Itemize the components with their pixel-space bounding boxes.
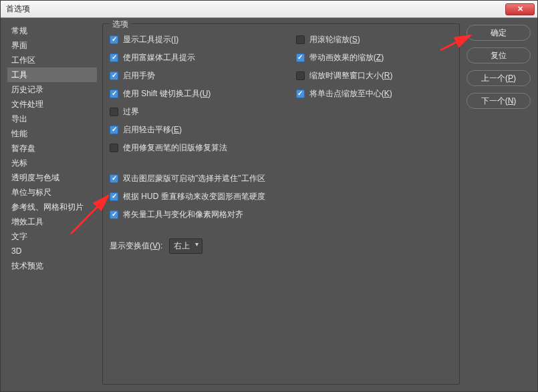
sidebar-item[interactable]: 性能 <box>7 126 97 141</box>
sidebar-item[interactable]: 光标 <box>7 156 97 170</box>
options-panel: 选项 显示工具提示(I)使用富媒体工具提示启用手势使用 Shift 键切换工具(… <box>102 23 460 385</box>
sidebar: 常规界面工作区工具历史记录文件处理导出性能暂存盘光标透明度与色域单位与标尺参考线… <box>7 23 97 385</box>
preferences-window: 首选项 ✕ 常规界面工作区工具历史记录文件处理导出性能暂存盘光标透明度与色域单位… <box>0 0 538 392</box>
option-row: 使用富媒体工具提示 <box>110 51 283 63</box>
transform-values-select[interactable]: 右上 <box>169 238 203 254</box>
option-row: 将矢量工具与变化和像素网格对齐 <box>110 208 283 220</box>
main-area: 选项 显示工具提示(I)使用富媒体工具提示启用手势使用 Shift 键切换工具(… <box>102 23 531 385</box>
option-row: 将单击点缩放至中心(K) <box>296 87 452 100</box>
checkbox[interactable] <box>110 71 118 80</box>
options-column-right: 用滚轮缩放(S)带动画效果的缩放(Z)缩放时调整窗口大小(R)将单击点缩放至中心… <box>296 33 452 254</box>
transform-values-row: 显示变换值(V):右上 <box>110 238 283 254</box>
checkbox[interactable] <box>110 144 118 152</box>
transform-label: 显示变换值(V): <box>110 240 162 252</box>
option-label: 用滚轮缩放(S) <box>309 34 360 45</box>
sidebar-item[interactable]: 透明度与色域 <box>7 170 97 185</box>
prev-button[interactable]: 上一个(P) <box>466 70 531 86</box>
sidebar-item[interactable]: 技术预览 <box>7 258 97 273</box>
checkbox[interactable] <box>296 53 305 62</box>
option-label: 过界 <box>123 106 139 118</box>
sidebar-item[interactable]: 3D <box>7 244 97 258</box>
option-row: 使用修复画笔的旧版修复算法 <box>110 142 283 154</box>
option-label: 使用修复画笔的旧版修复算法 <box>123 142 227 154</box>
sidebar-item[interactable]: 界面 <box>7 38 97 53</box>
sidebar-item[interactable]: 常规 <box>7 23 97 38</box>
titlebar: 首选项 ✕ <box>1 1 537 18</box>
sidebar-item[interactable]: 文件处理 <box>7 97 97 112</box>
panel-legend: 选项 <box>110 19 131 30</box>
sidebar-item[interactable]: 文字 <box>7 229 97 244</box>
option-label: 显示工具提示(I) <box>123 34 178 45</box>
ok-button[interactable]: 确定 <box>466 25 531 41</box>
option-label: 启用轻击平移(E) <box>123 124 182 136</box>
option-row: 显示工具提示(I) <box>110 33 283 45</box>
option-label: 启用手势 <box>123 70 155 81</box>
checkbox[interactable] <box>110 53 118 62</box>
next-button[interactable]: 下一个(N) <box>466 93 531 109</box>
sidebar-item[interactable]: 参考线、网格和切片 <box>7 200 97 214</box>
close-button[interactable]: ✕ <box>505 3 535 15</box>
option-label: 使用富媒体工具提示 <box>123 52 195 63</box>
option-row: 缩放时调整窗口大小(R) <box>296 69 452 81</box>
sidebar-item[interactable]: 增效工具 <box>7 214 97 229</box>
dialog-buttons: 确定 复位 上一个(P) 下一个(N) <box>466 23 531 385</box>
panel-body: 显示工具提示(I)使用富媒体工具提示启用手势使用 Shift 键切换工具(U)过… <box>110 27 452 254</box>
sidebar-item[interactable]: 单位与标尺 <box>7 185 97 200</box>
option-row: 过界 <box>110 106 283 118</box>
option-row: 双击图层蒙版可启动"选择并遮住"工作区 <box>110 172 283 184</box>
checkbox[interactable] <box>110 108 118 116</box>
option-label: 缩放时调整窗口大小(R) <box>309 70 393 81</box>
reset-button[interactable]: 复位 <box>466 47 531 63</box>
checkbox[interactable] <box>110 210 118 219</box>
sidebar-item[interactable]: 导出 <box>7 112 97 126</box>
option-label: 使用 Shift 键切换工具(U) <box>123 88 211 100</box>
sidebar-item[interactable]: 暂存盘 <box>7 141 97 156</box>
checkbox[interactable] <box>110 126 118 134</box>
option-label: 将单击点缩放至中心(K) <box>309 88 392 100</box>
checkbox[interactable] <box>296 35 305 44</box>
option-row: 启用手势 <box>110 69 283 81</box>
option-label: 双击图层蒙版可启动"选择并遮住"工作区 <box>123 173 265 184</box>
checkbox[interactable] <box>110 192 118 201</box>
option-label: 根据 HUD 垂直移动来改变圆形画笔硬度 <box>123 191 265 202</box>
sidebar-item[interactable]: 工具 <box>7 67 97 82</box>
checkbox[interactable] <box>110 89 118 98</box>
option-row: 启用轻击平移(E) <box>110 124 283 136</box>
option-label: 带动画效果的缩放(Z) <box>309 52 384 63</box>
checkbox[interactable] <box>296 89 305 98</box>
checkbox[interactable] <box>110 174 118 183</box>
option-row: 用滚轮缩放(S) <box>296 33 452 45</box>
option-row: 根据 HUD 垂直移动来改变圆形画笔硬度 <box>110 190 283 202</box>
options-column-left: 显示工具提示(I)使用富媒体工具提示启用手势使用 Shift 键切换工具(U)过… <box>110 33 283 254</box>
checkbox[interactable] <box>110 35 118 44</box>
option-row: 使用 Shift 键切换工具(U) <box>110 87 283 100</box>
checkbox[interactable] <box>296 71 305 80</box>
window-title: 首选项 <box>6 3 30 15</box>
option-row: 带动画效果的缩放(Z) <box>296 51 452 63</box>
sidebar-item[interactable]: 工作区 <box>7 53 97 67</box>
content-area: 常规界面工作区工具历史记录文件处理导出性能暂存盘光标透明度与色域单位与标尺参考线… <box>1 18 537 391</box>
sidebar-item[interactable]: 历史记录 <box>7 82 97 97</box>
option-label: 将矢量工具与变化和像素网格对齐 <box>123 209 243 220</box>
